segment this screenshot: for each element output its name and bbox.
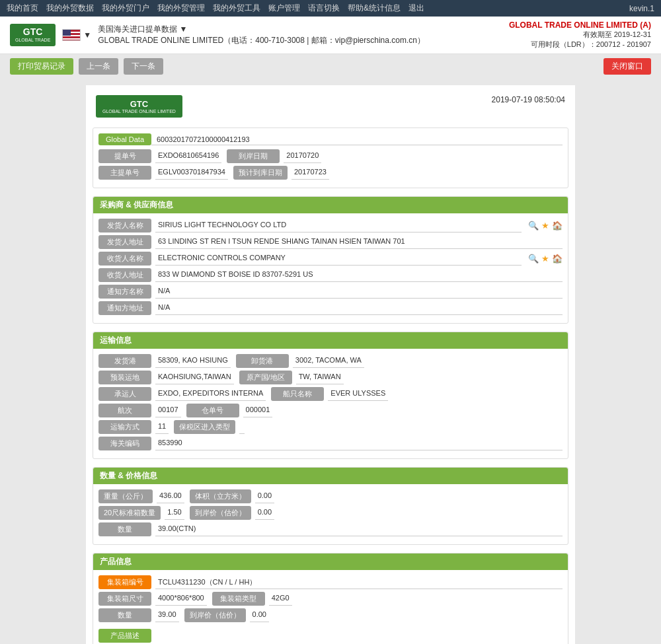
prod-quantity-value: 39.00 <box>155 609 179 622</box>
origin-port-value: 58309, KAO HSIUNG <box>155 355 231 368</box>
ftz-value <box>239 421 245 434</box>
bill-no-value: EXDO6810654196 <box>155 150 221 163</box>
global-data-row: Global Data 60032017072100000412193 <box>98 133 563 145</box>
weight-label: 重量（公斤） <box>98 489 153 503</box>
nav-account[interactable]: 账户管理 <box>268 3 300 14</box>
shipper-addr-label: 发货人地址 <box>98 235 151 249</box>
nav-trade-data[interactable]: 我的外贸数据 <box>46 3 94 14</box>
us-flag <box>62 29 81 41</box>
arrival-date-label: 到岸日期 <box>227 149 280 163</box>
port-row: 发货港 58309, KAO HSIUNG 卸货港 3002, TACOMA, … <box>98 354 563 371</box>
nav-export-portal[interactable]: 我的外贸门户 <box>102 3 149 14</box>
validity: 有效期至 2019-12-31 <box>509 30 651 40</box>
voyage-label: 航次 <box>98 404 151 417</box>
shipper-name-value: SIRIUS LIGHT TECHNOLOGY CO LTD <box>155 219 522 233</box>
arrival-date-value: 20170720 <box>284 150 321 163</box>
carrier-row: 承运人 EXDO, EXPEDITORS INTERNA <box>98 387 266 401</box>
consignee-star-icon[interactable]: ★ <box>541 254 549 264</box>
customs-code-label: 海关编码 <box>98 437 151 450</box>
nav-logout[interactable]: 退出 <box>408 3 424 14</box>
bill-no-label: 提单号 <box>98 149 151 163</box>
nav-home[interactable]: 我的首页 <box>7 3 38 14</box>
quantity-value: 39.00(CTN) <box>155 523 563 536</box>
content-wrapper: GTC GLOBAL TRADE ONLINE LIMITED 2019-07-… <box>0 79 661 644</box>
shipping-body: 发货港 58309, KAO HSIUNG 卸货港 3002, TACOMA, … <box>93 349 568 458</box>
print-button-top[interactable]: 打印贸易记录 <box>10 58 73 75</box>
transport-value: 11 <box>155 421 169 434</box>
nav-export-tools[interactable]: 我的外贸工具 <box>213 3 260 14</box>
shipping-header: 运输信息 <box>93 332 568 349</box>
shipper-icons: 🔍 ★ 🏠 <box>528 221 563 231</box>
quantity-row: 数量 39.00(CTN) <box>98 522 563 536</box>
container-20-label: 20尺标准箱数量 <box>98 506 161 520</box>
top-navigation: 我的首页 我的外贸数据 我的外贸门户 我的外贸管理 我的外贸工具 账户管理 语言… <box>0 0 661 17</box>
transport-ftz-row: 运输方式 11 保税区进入类型 <box>98 420 563 437</box>
carrier-label: 承运人 <box>98 387 151 401</box>
consignee-name-row: 收货人名称 ELECTRONIC CONTROLS COMPANY 🔍 ★ 🏠 <box>98 252 563 266</box>
pre-carrier-value: KAOHSIUNG,TAIWAN <box>155 371 234 384</box>
doc-logo-sub: GLOBAL TRADE ONLINE LIMITED <box>102 109 176 114</box>
notify-addr-row: 通知方地址 N/A <box>98 301 563 315</box>
volume-row: 体积（立方米） 0.00 <box>190 489 274 503</box>
container-20-row: 20尺标准箱数量 1.50 <box>98 506 184 520</box>
top-toolbar: 打印贸易记录 上一条 下一条 关闭窗口 <box>0 54 661 79</box>
consignee-home-icon[interactable]: 🏠 <box>552 254 563 264</box>
arrival-date-row: 到岸日期 20170720 <box>227 149 321 163</box>
shipper-addr-value: 63 LINDING ST REN I TSUN RENDE SHIANG TA… <box>155 236 563 249</box>
shipper-home-icon[interactable]: 🏠 <box>552 221 563 231</box>
quantity-label: 数量 <box>98 522 151 536</box>
bill-row: 提单号 EXDO6810654196 到岸日期 20170720 <box>98 149 563 166</box>
carrier-value: EXDO, EXPEDITORS INTERNA <box>155 388 266 401</box>
customs-code-row: 海关编码 853990 <box>98 437 563 450</box>
product-desc-section: 产品描述 WORK LAMP <box>98 629 563 644</box>
nav-language[interactable]: 语言切换 <box>308 3 340 14</box>
header-center: 美国海关进口提单数据 ▼ GLOBAL TRADE ONLINE LIMITED… <box>98 24 425 46</box>
pre-carrier-label: 预装运地 <box>98 371 151 384</box>
doc-header: GTC GLOBAL TRADE ONLINE LIMITED 2019-07-… <box>93 92 568 121</box>
container-type-row: 集装箱类型 42G0 <box>212 592 292 606</box>
header-left: GTC GLOBAL TRADE ▼ 美国海关进口提单数据 ▼ GLOBAL T… <box>10 24 425 46</box>
consignee-search-icon[interactable]: 🔍 <box>528 254 539 264</box>
weight-volume-row: 重量（公斤） 436.00 体积（立方米） 0.00 <box>98 489 563 506</box>
product-section: 产品信息 集装箱编号 TCLU4311230（CN / L / HH） 集装箱尺… <box>93 553 568 644</box>
main-content: GTC GLOBAL TRADE ONLINE LIMITED 2019-07-… <box>86 85 575 644</box>
shipper-name-label: 发货人名称 <box>98 219 151 233</box>
transport-row: 运输方式 11 <box>98 420 169 434</box>
origin-port-label: 发货港 <box>98 354 151 368</box>
quantity-price-section: 数量 & 价格信息 重量（公斤） 436.00 体积（立方米） 0.00 20尺… <box>93 467 568 545</box>
close-button-top[interactable]: 关闭窗口 <box>603 58 651 75</box>
prod-arrival-price-value: 0.00 <box>250 609 269 622</box>
vessel-row: 承运人 EXDO, EXPEDITORS INTERNA 船只名称 EVER U… <box>98 387 563 404</box>
logo-subtitle: GLOBAL TRADE <box>15 38 50 43</box>
shipper-search-icon[interactable]: 🔍 <box>528 221 539 231</box>
container-size-value: 4000*806*800 <box>155 592 207 606</box>
prev-button-top[interactable]: 上一条 <box>79 58 118 75</box>
buyer-supplier-header: 采购商 & 供应商信息 <box>93 197 568 213</box>
consignee-icons: 🔍 ★ 🏠 <box>528 254 563 264</box>
dest-port-value: 3002, TACOMA, WA <box>293 355 364 368</box>
container-no-row: 集装箱编号 TCLU4311230（CN / L / HH） <box>98 575 563 589</box>
consignee-name-value: ELECTRONIC CONTROLS COMPANY <box>155 252 522 266</box>
prod-quantity-row: 数量 39.00 <box>98 608 179 622</box>
consignee-addr-row: 收货人地址 833 W DIAMOND ST BOISE ID 83707-52… <box>98 268 563 282</box>
nav-help[interactable]: 帮助&统计信息 <box>348 3 401 14</box>
nav-export-manage[interactable]: 我的外贸管理 <box>157 3 205 14</box>
master-bill-value: EGLV003701847934 <box>155 166 228 180</box>
arrival-price-label: 到岸价（估价） <box>190 506 251 520</box>
carrier-country-row: 预装运地 KAOHSIUNG,TAIWAN 原产国/地区 TW, TAIWAN <box>98 371 563 387</box>
volume-value: 0.00 <box>255 490 274 503</box>
shipper-star-icon[interactable]: ★ <box>541 221 549 231</box>
warehouse-row: 仓单号 000001 <box>186 404 273 417</box>
dest-port-label: 卸货港 <box>236 354 289 368</box>
estimated-arrival-row: 预计到库日期 20170723 <box>233 166 329 180</box>
next-button-top[interactable]: 下一条 <box>124 58 163 75</box>
estimated-arrival-value: 20170723 <box>292 166 329 180</box>
warehouse-label: 仓单号 <box>186 404 239 417</box>
prod-arrival-price-row: 到岸价（估价） 0.00 <box>184 608 269 622</box>
flag-dropdown[interactable]: ▼ <box>83 30 91 40</box>
product-header: 产品信息 <box>93 554 568 570</box>
voyage-value: 00107 <box>155 404 181 417</box>
header-right: GLOBAL TRADE ONLINE LIMITED (A) 有效期至 201… <box>509 20 651 50</box>
global-data-label: Global Data <box>98 133 151 145</box>
notify-addr-label: 通知方地址 <box>98 301 151 315</box>
